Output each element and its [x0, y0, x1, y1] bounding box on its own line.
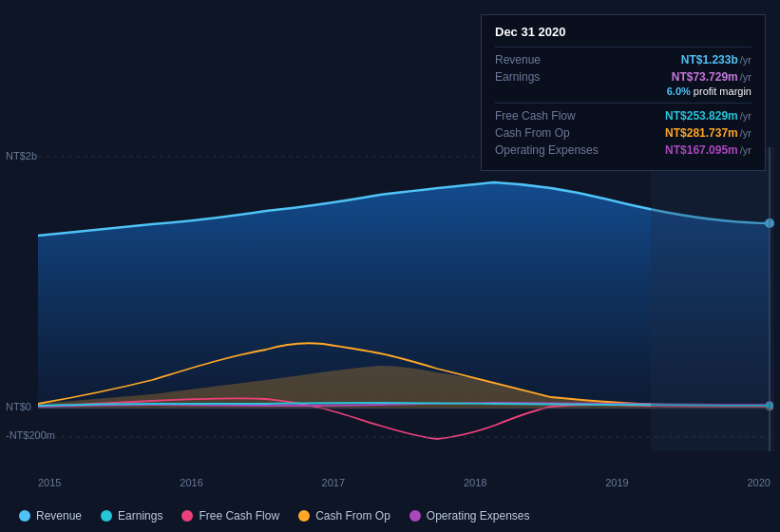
y-label-0: NT$0: [6, 401, 31, 412]
legend-dot-fcf: [181, 510, 193, 522]
tooltip-label-fcf: Free Cash Flow: [495, 109, 609, 123]
svg-rect-9: [651, 147, 774, 451]
tooltip-row-earnings: Earnings NT$73.729m/yr: [495, 70, 751, 84]
legend-item-cashfromop[interactable]: Cash From Op: [298, 509, 390, 522]
x-label-2016: 2016: [180, 477, 202, 488]
tooltip-label-cashfromop: Cash From Op: [495, 126, 609, 140]
tooltip-value-opex: NT$167.095m/yr: [665, 143, 751, 157]
tooltip-row-opex: Operating Expenses NT$167.095m/yr: [495, 143, 751, 157]
legend-label-earnings: Earnings: [118, 509, 162, 522]
tooltip-box: Dec 31 2020 Revenue NT$1.233b/yr Earning…: [481, 14, 766, 171]
chart-legend: Revenue Earnings Free Cash Flow Cash Fro…: [19, 509, 530, 522]
x-label-2018: 2018: [464, 477, 486, 488]
legend-item-fcf[interactable]: Free Cash Flow: [181, 509, 279, 522]
tooltip-row-fcf: Free Cash Flow NT$253.829m/yr: [495, 109, 751, 123]
x-label-2017: 2017: [322, 477, 345, 488]
legend-item-revenue[interactable]: Revenue: [19, 509, 82, 522]
x-axis: 2015 2016 2017 2018 2019 2020: [38, 477, 770, 488]
tooltip-title: Dec 31 2020: [495, 25, 751, 39]
x-label-2019: 2019: [605, 477, 628, 488]
legend-item-opex[interactable]: Operating Expenses: [409, 509, 530, 522]
tooltip-margin: 6.0% profit margin: [667, 86, 751, 97]
tooltip-label-opex: Operating Expenses: [495, 143, 609, 157]
y-label-2b: NT$2b: [6, 150, 37, 162]
x-label-2020: 2020: [747, 477, 770, 488]
legend-label-cashfromop: Cash From Op: [315, 509, 390, 522]
tooltip-row-cashfromop: Cash From Op NT$281.737m/yr: [495, 126, 751, 140]
legend-label-fcf: Free Cash Flow: [199, 509, 279, 522]
tooltip-label-revenue: Revenue: [495, 53, 609, 66]
legend-dot-cashfromop: [298, 510, 310, 522]
chart-container: NT$2b NT$0 -NT$200m 2015 2016 2017 2018 …: [0, 0, 780, 532]
legend-dot-opex: [409, 510, 421, 522]
tooltip-value-fcf: NT$253.829m/yr: [665, 109, 751, 123]
tooltip-value-cashfromop: NT$281.737m/yr: [665, 126, 751, 140]
tooltip-value-revenue: NT$1.233b/yr: [681, 53, 751, 66]
legend-label-revenue: Revenue: [36, 509, 82, 522]
y-label-neg200m: -NT$200m: [6, 429, 55, 441]
legend-label-opex: Operating Expenses: [427, 509, 530, 522]
tooltip-row-revenue: Revenue NT$1.233b/yr: [495, 53, 751, 66]
tooltip-margin-row: 6.0% profit margin: [495, 86, 751, 97]
legend-item-earnings[interactable]: Earnings: [101, 509, 162, 522]
tooltip-label-earnings: Earnings: [495, 70, 609, 84]
legend-dot-revenue: [19, 510, 30, 522]
x-label-2015: 2015: [38, 477, 61, 488]
tooltip-value-earnings: NT$73.729m/yr: [672, 70, 751, 84]
legend-dot-earnings: [101, 510, 112, 522]
